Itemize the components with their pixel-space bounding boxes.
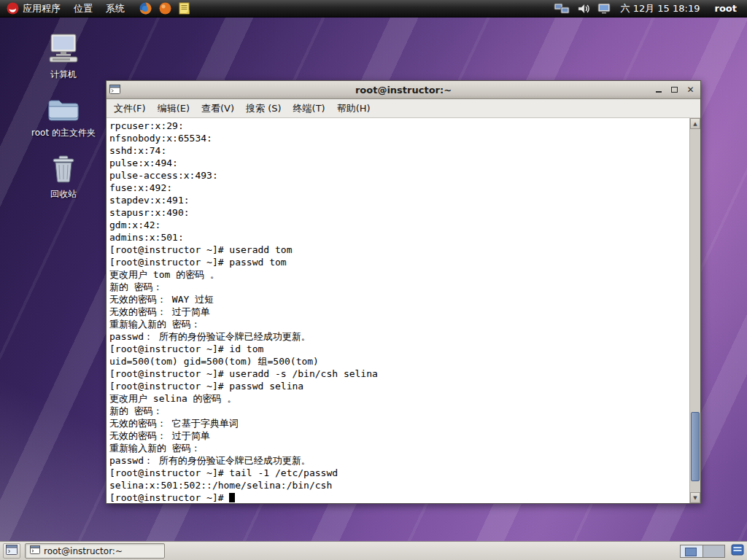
trash-icon: [49, 176, 78, 186]
menu-help[interactable]: 帮助(H): [331, 99, 376, 118]
bottom-panel-right: [680, 544, 744, 559]
terminal-cursor: [229, 493, 235, 502]
terminal-line: sshd:x:74:: [109, 144, 688, 157]
applications-menu[interactable]: 应用程序: [0, 0, 67, 17]
system-menu[interactable]: 系统: [99, 0, 131, 17]
terminal-line: 更改用户 selina 的密码 。: [109, 392, 688, 405]
terminal-line: 更改用户 tom 的密码 。: [109, 268, 688, 281]
terminal-line: 无效的密码： 过于简单: [109, 306, 688, 318]
system-menu-label: 系统: [106, 2, 125, 15]
folder-icon: [47, 114, 80, 125]
window-titlebar[interactable]: root@instructor:~ ✕: [107, 81, 700, 99]
show-desktop-icon: [6, 544, 18, 558]
terminal-content-area: rpcuser:x:29:nfsnobody:x:65534:sshd:x:74…: [107, 118, 700, 503]
terminal-line: [root@instructor ~]# id tom: [109, 343, 688, 355]
maximize-button[interactable]: [667, 83, 681, 96]
scrollbar-thumb[interactable]: [691, 412, 700, 481]
terminal-line: fuse:x:492:: [109, 182, 688, 194]
minimize-button[interactable]: [651, 83, 665, 96]
terminal-line: 无效的密码： 它基于字典单词: [109, 417, 688, 429]
desktop-icon-home-folder[interactable]: root 的主文件夹: [23, 98, 104, 139]
firefox-launcher-icon[interactable]: [139, 2, 152, 15]
panel-launchers: [139, 2, 191, 15]
scroll-up-button[interactable]: ▲: [690, 118, 700, 129]
terminal-line: 重新输入新的 密码：: [109, 318, 688, 330]
panel-clock[interactable]: 六 12月 15 18:19: [618, 2, 703, 15]
menu-search[interactable]: 搜索 (S): [240, 99, 287, 118]
terminal-line: selina:x:501:502::/home/selina:/bin/csh: [109, 479, 688, 491]
taskbar-window-button[interactable]: root@instructor:~: [25, 543, 165, 559]
terminal-line: [root@instructor ~]# useradd tom: [109, 244, 688, 256]
network-icon[interactable]: [554, 3, 570, 15]
terminal-menubar: 文件(F) 编辑(E) 查看(V) 搜索 (S) 终端(T) 帮助(H): [107, 99, 700, 118]
close-button[interactable]: ✕: [684, 83, 697, 96]
top-panel: 应用程序 位置 系统 六 12月 15 18:19 root: [0, 0, 747, 18]
terminal-line: passwd： 所有的身份验证令牌已经成功更新。: [109, 330, 688, 343]
menu-terminal[interactable]: 终端(T): [287, 99, 331, 118]
terminal-line: passwd： 所有的身份验证令牌已经成功更新。: [109, 454, 688, 467]
terminal-line: [root@instructor ~]#: [109, 491, 688, 503]
terminal-line: [root@instructor ~]# passwd selina: [109, 380, 688, 392]
menu-edit[interactable]: 编辑(E): [152, 99, 196, 118]
places-menu-label: 位置: [74, 2, 93, 15]
terminal-line: [root@instructor ~]# useradd -s /bin/csh…: [109, 368, 688, 380]
panel-applet-icon[interactable]: [731, 544, 744, 559]
terminal-line: admins:x:501:: [109, 231, 688, 244]
terminal-line: [root@instructor ~]# passwd tom: [109, 256, 688, 268]
display-icon[interactable]: [597, 3, 611, 15]
panel-user-menu[interactable]: root: [711, 3, 742, 14]
show-desktop-button[interactable]: [3, 543, 20, 559]
desktop-icon-trash[interactable]: 回收站: [23, 155, 104, 201]
terminal-line: pulse:x:494:: [109, 157, 688, 169]
terminal-line: 无效的密码： WAY 过短: [109, 293, 688, 306]
places-menu[interactable]: 位置: [67, 0, 99, 17]
workspace-switcher: [680, 545, 725, 558]
terminal-line: 新的 密码：: [109, 405, 688, 417]
bottom-panel: root@instructor:~: [0, 541, 747, 560]
terminal-scrollbar: ▲ ▼: [689, 118, 700, 503]
terminal-line: 无效的密码： 过于简单: [109, 429, 688, 442]
desktop-icon-label: 计算机: [23, 69, 104, 81]
volume-icon[interactable]: [577, 3, 590, 15]
terminal-task-icon: [30, 545, 40, 556]
terminal-output[interactable]: rpcuser:x:29:nfsnobody:x:65534:sshd:x:74…: [107, 118, 689, 503]
distro-logo-icon: [7, 2, 19, 15]
computer-icon: [47, 56, 80, 66]
window-menu-icon[interactable]: [109, 85, 121, 95]
terminal-line: pulse-access:x:493:: [109, 169, 688, 182]
terminal-window: root@instructor:~ ✕ 文件(F) 编辑(E) 查看(V) 搜索…: [106, 80, 701, 504]
email-launcher-icon[interactable]: [158, 2, 171, 15]
terminal-line: [root@instructor ~]# tail -1 /etc/passwd: [109, 467, 688, 479]
terminal-line: 新的 密码：: [109, 281, 688, 293]
terminal-line: 重新输入新的 密码：: [109, 442, 688, 454]
desktop-icon-label: 回收站: [23, 188, 104, 201]
workspace-2[interactable]: [703, 545, 724, 557]
scrollbar-trough[interactable]: [690, 129, 700, 492]
scroll-down-button[interactable]: ▼: [690, 492, 700, 503]
window-controls: ✕: [651, 83, 697, 96]
terminal-line: rpcuser:x:29:: [109, 120, 688, 132]
notes-launcher-icon[interactable]: [178, 2, 191, 15]
panel-status-area: 六 12月 15 18:19 root: [554, 2, 747, 15]
desktop-icon-computer[interactable]: 计算机: [23, 34, 104, 81]
window-title: root@instructor:~: [107, 85, 700, 96]
terminal-line: uid=500(tom) gid=500(tom) 组=500(tom): [109, 355, 688, 368]
workspace-1[interactable]: [681, 545, 703, 557]
terminal-line: gdm:x:42:: [109, 219, 688, 231]
applications-menu-label: 应用程序: [23, 2, 61, 15]
menu-view[interactable]: 查看(V): [196, 99, 240, 118]
terminal-line: nfsnobody:x:65534:: [109, 132, 688, 144]
terminal-line: stapusr:x:490:: [109, 206, 688, 219]
terminal-line: stapdev:x:491:: [109, 194, 688, 206]
menu-file[interactable]: 文件(F): [108, 99, 152, 118]
desktop-icon-label: root 的主文件夹: [23, 127, 104, 139]
taskbar-window-label: root@instructor:~: [44, 546, 123, 556]
